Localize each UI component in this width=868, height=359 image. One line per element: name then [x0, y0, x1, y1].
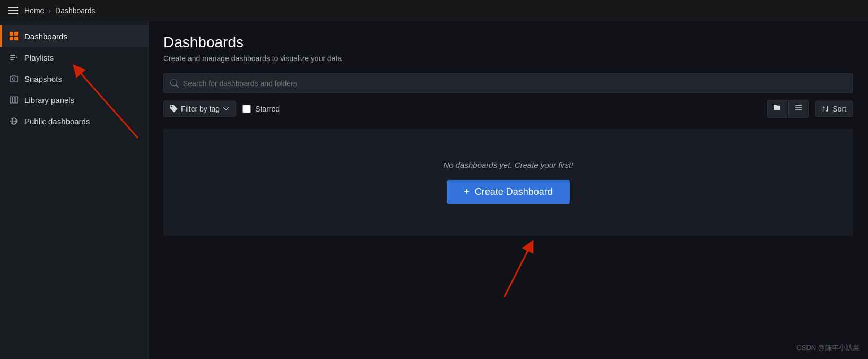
- svg-marker-3: [16, 56, 18, 58]
- breadcrumb-separator: ›: [48, 6, 51, 15]
- sidebar-label-playlists: Playlists: [24, 53, 54, 62]
- search-bar: [163, 73, 853, 93]
- library-icon: [8, 95, 19, 105]
- sidebar-item-library-panels[interactable]: Library panels: [0, 89, 148, 110]
- sidebar-item-public-dashboards[interactable]: Public dashboards: [0, 110, 148, 132]
- svg-rect-2: [10, 59, 14, 60]
- svg-rect-5: [10, 97, 12, 103]
- sidebar-label-snapshots: Snapshots: [24, 74, 62, 83]
- create-button-label: Create Dashboard: [475, 186, 553, 198]
- hamburger-menu[interactable]: [8, 7, 18, 14]
- breadcrumb-home[interactable]: Home: [24, 6, 44, 15]
- chevron-down-icon: [223, 106, 229, 112]
- create-dashboard-button[interactable]: + Create Dashboard: [447, 180, 570, 204]
- sort-icon: [822, 105, 829, 113]
- sidebar-label-public-dashboards: Public dashboards: [24, 117, 90, 126]
- watermark: CSDN @陈年小趴菜: [796, 343, 860, 353]
- sort-button[interactable]: Sort: [815, 101, 853, 117]
- empty-state-text: No dashboards yet. Create your first!: [443, 160, 573, 169]
- sort-label: Sort: [832, 105, 846, 113]
- sidebar-label-dashboards: Dashboards: [24, 32, 67, 41]
- folder-view-button[interactable]: [767, 100, 787, 118]
- breadcrumb-current: Dashboards: [55, 6, 96, 15]
- page-title: Dashboards: [163, 34, 853, 51]
- view-toggle: [767, 100, 809, 118]
- svg-point-4: [13, 78, 15, 80]
- sidebar-item-playlists[interactable]: Playlists: [0, 47, 148, 68]
- tag-icon: [170, 105, 178, 113]
- create-button-icon: +: [464, 186, 470, 198]
- sidebar: Dashboards Playlists Snapshots: [0, 21, 149, 359]
- page-subtitle: Create and manage dashboards to visualiz…: [163, 54, 853, 63]
- breadcrumb: Home › Dashboards: [24, 6, 96, 15]
- filter-tag-label: Filter by tag: [181, 105, 220, 113]
- svg-rect-1: [10, 57, 15, 58]
- topbar: Home › Dashboards: [0, 0, 868, 21]
- filter-row: Filter by tag Starred: [163, 100, 853, 118]
- playlists-icon: [8, 52, 19, 63]
- list-icon: [794, 104, 803, 112]
- sidebar-item-dashboards[interactable]: Dashboards: [0, 25, 148, 47]
- snapshots-icon: [8, 73, 19, 84]
- starred-filter[interactable]: Starred: [242, 105, 280, 113]
- svg-rect-0: [10, 55, 15, 56]
- svg-rect-6: [13, 97, 15, 103]
- svg-rect-7: [15, 97, 18, 103]
- folder-icon: [773, 104, 782, 112]
- public-icon: [8, 116, 19, 126]
- search-input[interactable]: [183, 79, 846, 88]
- search-icon: [170, 79, 179, 88]
- empty-state-panel: No dashboards yet. Create your first! + …: [163, 129, 853, 236]
- list-view-button[interactable]: [788, 100, 809, 118]
- starred-checkbox[interactable]: [242, 105, 251, 113]
- sidebar-item-snapshots[interactable]: Snapshots: [0, 68, 148, 89]
- grid-icon: [8, 31, 19, 41]
- filter-tag-button[interactable]: Filter by tag: [163, 101, 236, 117]
- sidebar-label-library-panels: Library panels: [24, 96, 74, 105]
- content-area: Dashboards Create and manage dashboards …: [149, 21, 868, 359]
- starred-label: Starred: [255, 105, 280, 113]
- main-layout: Dashboards Playlists Snapshots: [0, 21, 868, 359]
